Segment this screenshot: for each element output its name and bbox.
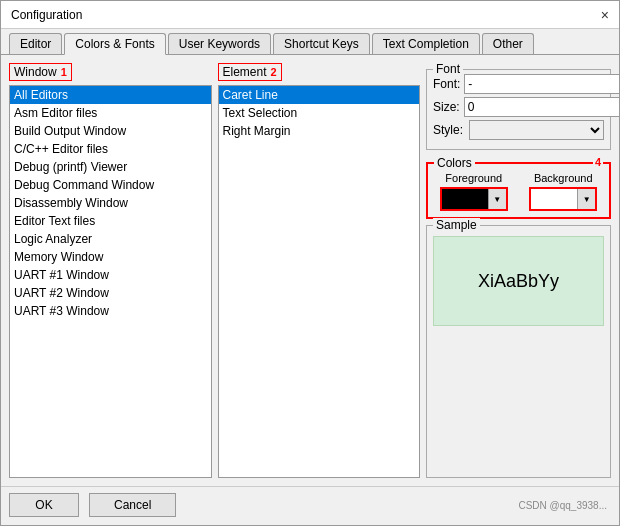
list-item[interactable]: Right Margin [219,122,420,140]
list-item[interactable]: C/C++ Editor files [10,140,211,158]
colors-group: Colors 4 Foreground ▼ Background [426,162,611,219]
window-list[interactable]: All Editors Asm Editor files Build Outpu… [9,85,212,478]
element-list[interactable]: Caret Line Text Selection Right Margin [218,85,421,478]
close-button[interactable]: × [601,8,609,22]
title-bar: Configuration × [1,1,619,29]
tab-user-keywords[interactable]: User Keywords [168,33,271,54]
list-item[interactable]: Disassembly Window [10,194,211,212]
colors-group-label: Colors [434,156,475,170]
annotation-4: 4 [593,156,603,168]
list-item[interactable]: UART #3 Window [10,302,211,320]
font-row: Font: [433,74,604,94]
window-title: Configuration [11,8,82,22]
colors-row: Foreground ▼ Background ▼ [434,172,603,211]
tab-other[interactable]: Other [482,33,534,54]
tab-colors-fonts[interactable]: Colors & Fonts [64,33,165,55]
foreground-picker[interactable]: ▼ [440,187,508,211]
element-panel: Element2 Caret Line Text Selection Right… [218,63,421,478]
list-item[interactable]: Logic Analyzer [10,230,211,248]
list-item[interactable]: Caret Line [219,86,420,104]
font-group: Font Font: Size: Style: [426,69,611,150]
font-input[interactable] [464,74,619,94]
style-select[interactable] [469,120,604,140]
foreground-swatch [442,189,488,209]
tabs-bar: Editor Colors & Fonts User Keywords Shor… [1,29,619,55]
sample-group: Sample XiAaBbYy [426,225,611,478]
sample-area: XiAaBbYy [433,236,604,326]
list-item[interactable]: Asm Editor files [10,104,211,122]
foreground-label: Foreground [445,172,502,184]
watermark: CSDN @qq_3938... [518,500,611,511]
foreground-item: Foreground ▼ [440,172,508,211]
list-item[interactable]: Editor Text files [10,212,211,230]
list-item[interactable]: Memory Window [10,248,211,266]
style-label: Style: [433,123,465,137]
window-panel-label: Window1 [9,63,72,81]
main-content: Window1 All Editors Asm Editor files Bui… [1,55,619,486]
background-label: Background [534,172,593,184]
list-item[interactable]: Debug (printf) Viewer [10,158,211,176]
list-item[interactable]: UART #2 Window [10,284,211,302]
background-swatch [531,189,577,209]
window-list-container: All Editors Asm Editor files Build Outpu… [9,85,212,478]
font-group-label: Font [433,62,463,76]
list-item[interactable]: Debug Command Window [10,176,211,194]
element-panel-label: Element2 [218,63,282,81]
element-list-container: Caret Line Text Selection Right Margin [218,85,421,478]
ok-button[interactable]: OK [9,493,79,517]
configuration-window: Configuration × Editor Colors & Fonts Us… [0,0,620,526]
foreground-dropdown-btn[interactable]: ▼ [488,189,506,209]
button-bar: OK Cancel CSDN @qq_3938... [1,486,619,525]
window-panel: Window1 All Editors Asm Editor files Bui… [9,63,212,478]
sample-text: XiAaBbYy [478,271,559,292]
list-item[interactable]: All Editors [10,86,211,104]
cancel-button[interactable]: Cancel [89,493,176,517]
size-row: Size: [433,97,604,117]
background-dropdown-btn[interactable]: ▼ [577,189,595,209]
font-label: Font: [433,77,460,91]
list-item[interactable]: Build Output Window [10,122,211,140]
list-item[interactable]: Text Selection [219,104,420,122]
size-input[interactable] [464,97,619,117]
tab-editor[interactable]: Editor [9,33,62,54]
tab-shortcut-keys[interactable]: Shortcut Keys [273,33,370,54]
right-panel: Font Font: Size: Style: Color [426,63,611,478]
tab-text-completion[interactable]: Text Completion [372,33,480,54]
list-item[interactable]: UART #1 Window [10,266,211,284]
style-row: Style: [433,120,604,140]
background-picker[interactable]: ▼ [529,187,597,211]
background-item: Background ▼ [529,172,597,211]
sample-group-label: Sample [433,218,480,232]
size-label: Size: [433,100,460,114]
